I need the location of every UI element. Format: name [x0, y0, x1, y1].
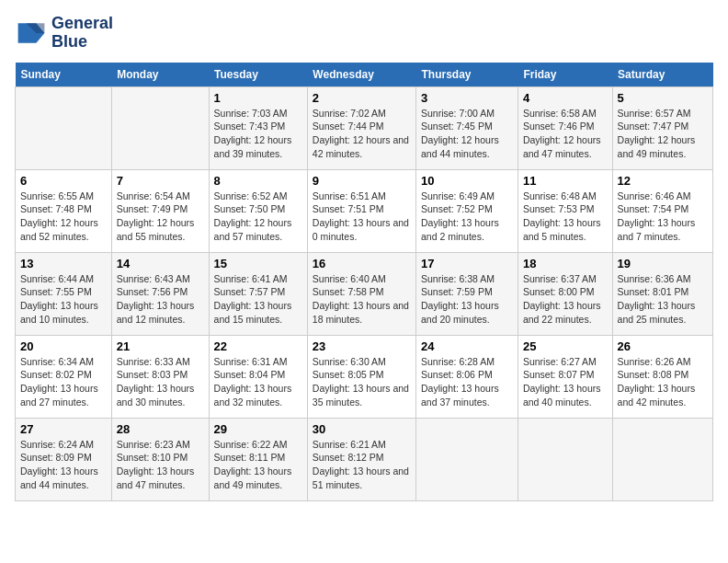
- day-info: Sunrise: 6:23 AMSunset: 8:10 PMDaylight:…: [117, 438, 204, 492]
- calendar-cell: [416, 418, 518, 500]
- day-number: 21: [117, 339, 204, 353]
- calendar-cell: 17Sunrise: 6:38 AMSunset: 7:59 PMDayligh…: [416, 252, 518, 335]
- day-info: Sunrise: 6:30 AMSunset: 8:05 PMDaylight:…: [313, 355, 411, 409]
- day-number: 6: [20, 174, 107, 188]
- weekday-header-wednesday: Wednesday: [307, 63, 415, 87]
- day-info: Sunrise: 6:55 AMSunset: 7:48 PMDaylight:…: [20, 190, 107, 244]
- day-info: Sunrise: 6:37 AMSunset: 8:00 PMDaylight:…: [523, 272, 608, 327]
- weekday-header-saturday: Saturday: [612, 63, 712, 87]
- calendar-cell: [16, 86, 112, 169]
- calendar-cell: 27Sunrise: 6:24 AMSunset: 8:09 PMDayligh…: [16, 418, 112, 500]
- day-info: Sunrise: 6:40 AMSunset: 7:58 PMDaylight:…: [313, 272, 411, 327]
- calendar-cell: 7Sunrise: 6:54 AMSunset: 7:49 PMDaylight…: [111, 169, 209, 252]
- week-row-3: 13Sunrise: 6:44 AMSunset: 7:55 PMDayligh…: [16, 252, 713, 335]
- day-info: Sunrise: 6:41 AMSunset: 7:57 PMDaylight:…: [214, 272, 302, 327]
- calendar-cell: 14Sunrise: 6:43 AMSunset: 7:56 PMDayligh…: [111, 252, 209, 335]
- calendar-cell: 10Sunrise: 6:49 AMSunset: 7:52 PMDayligh…: [416, 169, 518, 252]
- day-number: 25: [523, 339, 608, 353]
- day-number: 16: [313, 257, 411, 270]
- calendar-cell: 25Sunrise: 6:27 AMSunset: 8:07 PMDayligh…: [518, 335, 612, 418]
- day-number: 1: [214, 91, 302, 105]
- day-number: 14: [117, 257, 204, 270]
- day-info: Sunrise: 6:31 AMSunset: 8:04 PMDaylight:…: [214, 355, 302, 409]
- day-number: 8: [214, 174, 302, 188]
- day-number: 12: [618, 174, 708, 188]
- calendar-cell: [518, 418, 612, 500]
- calendar-cell: 21Sunrise: 6:33 AMSunset: 8:03 PMDayligh…: [111, 335, 209, 418]
- day-info: Sunrise: 6:38 AMSunset: 7:59 PMDaylight:…: [421, 272, 513, 327]
- day-number: 2: [313, 91, 411, 105]
- day-info: Sunrise: 6:43 AMSunset: 7:56 PMDaylight:…: [117, 272, 204, 327]
- day-number: 11: [523, 174, 608, 188]
- day-info: Sunrise: 6:28 AMSunset: 8:06 PMDaylight:…: [421, 355, 513, 409]
- weekday-header-sunday: Sunday: [16, 63, 112, 87]
- day-number: 27: [20, 422, 107, 436]
- logo-text: General Blue: [51, 15, 113, 52]
- calendar-cell: 1Sunrise: 7:03 AMSunset: 7:43 PMDaylight…: [209, 86, 307, 169]
- day-number: 15: [214, 257, 302, 270]
- calendar-cell: 13Sunrise: 6:44 AMSunset: 7:55 PMDayligh…: [16, 252, 112, 335]
- day-info: Sunrise: 6:57 AMSunset: 7:47 PMDaylight:…: [618, 107, 708, 161]
- day-number: 10: [421, 174, 513, 188]
- calendar-cell: 16Sunrise: 6:40 AMSunset: 7:58 PMDayligh…: [307, 252, 415, 335]
- logo: General Blue: [15, 15, 113, 52]
- day-number: 9: [313, 174, 411, 188]
- day-info: Sunrise: 6:33 AMSunset: 8:03 PMDaylight:…: [117, 355, 204, 409]
- day-info: Sunrise: 6:24 AMSunset: 8:09 PMDaylight:…: [20, 438, 107, 492]
- day-number: 23: [313, 339, 411, 353]
- day-info: Sunrise: 6:36 AMSunset: 8:01 PMDaylight:…: [618, 272, 708, 327]
- weekday-header-thursday: Thursday: [416, 63, 518, 87]
- weekday-header-tuesday: Tuesday: [209, 63, 307, 87]
- calendar-cell: 12Sunrise: 6:46 AMSunset: 7:54 PMDayligh…: [612, 169, 712, 252]
- day-info: Sunrise: 6:21 AMSunset: 8:12 PMDaylight:…: [313, 438, 411, 492]
- calendar-cell: 26Sunrise: 6:26 AMSunset: 8:08 PMDayligh…: [612, 335, 712, 418]
- calendar-cell: [111, 86, 209, 169]
- day-info: Sunrise: 6:44 AMSunset: 7:55 PMDaylight:…: [20, 272, 107, 327]
- day-info: Sunrise: 6:46 AMSunset: 7:54 PMDaylight:…: [618, 190, 708, 244]
- day-number: 24: [421, 339, 513, 353]
- day-info: Sunrise: 7:02 AMSunset: 7:44 PMDaylight:…: [313, 107, 411, 161]
- day-number: 7: [117, 174, 204, 188]
- calendar-cell: 23Sunrise: 6:30 AMSunset: 8:05 PMDayligh…: [307, 335, 415, 418]
- day-info: Sunrise: 6:48 AMSunset: 7:53 PMDaylight:…: [523, 190, 608, 244]
- calendar-cell: 30Sunrise: 6:21 AMSunset: 8:12 PMDayligh…: [307, 418, 415, 500]
- day-number: 18: [523, 257, 608, 270]
- week-row-2: 6Sunrise: 6:55 AMSunset: 7:48 PMDaylight…: [16, 169, 713, 252]
- day-info: Sunrise: 6:27 AMSunset: 8:07 PMDaylight:…: [523, 355, 608, 409]
- page-header: General Blue: [15, 15, 713, 52]
- day-number: 3: [421, 91, 513, 105]
- weekday-header-monday: Monday: [111, 63, 209, 87]
- day-info: Sunrise: 6:52 AMSunset: 7:50 PMDaylight:…: [214, 190, 302, 244]
- day-number: 17: [421, 257, 513, 270]
- day-number: 30: [313, 422, 411, 436]
- week-row-1: 1Sunrise: 7:03 AMSunset: 7:43 PMDaylight…: [16, 86, 713, 169]
- day-info: Sunrise: 6:54 AMSunset: 7:49 PMDaylight:…: [117, 190, 204, 244]
- logo-icon: [15, 17, 48, 50]
- week-row-4: 20Sunrise: 6:34 AMSunset: 8:02 PMDayligh…: [16, 335, 713, 418]
- day-number: 4: [523, 91, 608, 105]
- day-number: 22: [214, 339, 302, 353]
- weekday-header-row: SundayMondayTuesdayWednesdayThursdayFrid…: [16, 63, 713, 87]
- calendar-cell: 22Sunrise: 6:31 AMSunset: 8:04 PMDayligh…: [209, 335, 307, 418]
- calendar-cell: 9Sunrise: 6:51 AMSunset: 7:51 PMDaylight…: [307, 169, 415, 252]
- day-info: Sunrise: 6:34 AMSunset: 8:02 PMDaylight:…: [20, 355, 107, 409]
- weekday-header-friday: Friday: [518, 63, 612, 87]
- calendar-cell: 15Sunrise: 6:41 AMSunset: 7:57 PMDayligh…: [209, 252, 307, 335]
- day-info: Sunrise: 6:49 AMSunset: 7:52 PMDaylight:…: [421, 190, 513, 244]
- calendar-cell: 24Sunrise: 6:28 AMSunset: 8:06 PMDayligh…: [416, 335, 518, 418]
- day-number: 28: [117, 422, 204, 436]
- calendar-cell: 29Sunrise: 6:22 AMSunset: 8:11 PMDayligh…: [209, 418, 307, 500]
- calendar-cell: 2Sunrise: 7:02 AMSunset: 7:44 PMDaylight…: [307, 86, 415, 169]
- calendar-cell: 19Sunrise: 6:36 AMSunset: 8:01 PMDayligh…: [612, 252, 712, 335]
- day-info: Sunrise: 6:22 AMSunset: 8:11 PMDaylight:…: [214, 438, 302, 492]
- day-info: Sunrise: 7:03 AMSunset: 7:43 PMDaylight:…: [214, 107, 302, 161]
- calendar-cell: 3Sunrise: 7:00 AMSunset: 7:45 PMDaylight…: [416, 86, 518, 169]
- day-number: 26: [618, 339, 708, 353]
- calendar-cell: 28Sunrise: 6:23 AMSunset: 8:10 PMDayligh…: [111, 418, 209, 500]
- calendar-cell: 20Sunrise: 6:34 AMSunset: 8:02 PMDayligh…: [16, 335, 112, 418]
- calendar-cell: 6Sunrise: 6:55 AMSunset: 7:48 PMDaylight…: [16, 169, 112, 252]
- day-info: Sunrise: 7:00 AMSunset: 7:45 PMDaylight:…: [421, 107, 513, 161]
- calendar-cell: 8Sunrise: 6:52 AMSunset: 7:50 PMDaylight…: [209, 169, 307, 252]
- calendar-cell: 4Sunrise: 6:58 AMSunset: 7:46 PMDaylight…: [518, 86, 612, 169]
- calendar-cell: [612, 418, 712, 500]
